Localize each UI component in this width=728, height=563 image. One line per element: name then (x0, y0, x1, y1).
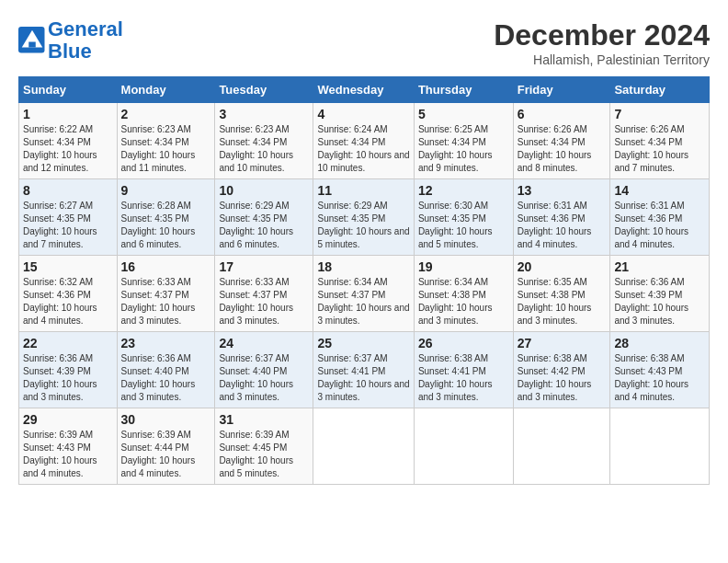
day-number: 27 (518, 336, 607, 350)
day-number: 14 (614, 183, 705, 198)
day-info: Sunrise: 6:36 AM Sunset: 4:40 PM Dayligh… (121, 352, 211, 404)
logo-text: General Blue (48, 18, 123, 63)
calendar-cell: 24 Sunrise: 6:37 AM Sunset: 4:40 PM Dayl… (215, 332, 313, 408)
calendar-cell: 31 Sunrise: 6:39 AM Sunset: 4:45 PM Dayl… (215, 408, 313, 485)
day-info: Sunrise: 6:26 AM Sunset: 4:34 PM Dayligh… (518, 123, 607, 175)
day-number: 28 (614, 336, 705, 350)
day-number: 31 (219, 412, 309, 427)
day-info: Sunrise: 6:25 AM Sunset: 4:34 PM Dayligh… (418, 123, 509, 175)
calendar-week-5: 29 Sunrise: 6:39 AM Sunset: 4:43 PM Dayl… (19, 408, 710, 485)
calendar-cell: 3 Sunrise: 6:23 AM Sunset: 4:34 PM Dayli… (215, 103, 313, 179)
day-number: 20 (518, 259, 607, 274)
day-number: 29 (23, 412, 113, 427)
day-info: Sunrise: 6:30 AM Sunset: 4:35 PM Dayligh… (418, 200, 509, 251)
day-info: Sunrise: 6:31 AM Sunset: 4:36 PM Dayligh… (518, 200, 607, 251)
calendar-cell: 28 Sunrise: 6:38 AM Sunset: 4:43 PM Dayl… (610, 332, 710, 408)
calendar-cell: 26 Sunrise: 6:38 AM Sunset: 4:41 PM Dayl… (414, 332, 513, 408)
calendar-cell: 13 Sunrise: 6:31 AM Sunset: 4:36 PM Dayl… (513, 179, 610, 256)
day-info: Sunrise: 6:37 AM Sunset: 4:40 PM Dayligh… (219, 352, 309, 404)
calendar-cell: 4 Sunrise: 6:24 AM Sunset: 4:34 PM Dayli… (313, 103, 414, 179)
day-number: 4 (317, 107, 409, 121)
day-info: Sunrise: 6:28 AM Sunset: 4:35 PM Dayligh… (121, 200, 211, 251)
calendar-cell: 10 Sunrise: 6:29 AM Sunset: 4:35 PM Dayl… (215, 179, 313, 256)
day-number: 8 (23, 183, 113, 198)
day-header-thursday: Thursday (414, 77, 513, 103)
calendar-cell: 20 Sunrise: 6:35 AM Sunset: 4:38 PM Dayl… (513, 256, 610, 332)
calendar-cell: 14 Sunrise: 6:31 AM Sunset: 4:36 PM Dayl… (610, 179, 710, 256)
day-header-saturday: Saturday (610, 77, 710, 103)
day-number: 19 (418, 259, 509, 274)
day-info: Sunrise: 6:38 AM Sunset: 4:43 PM Dayligh… (614, 352, 705, 404)
day-number: 18 (317, 259, 409, 274)
day-info: Sunrise: 6:33 AM Sunset: 4:37 PM Dayligh… (121, 276, 211, 327)
day-number: 10 (219, 183, 309, 198)
day-number: 6 (518, 107, 607, 121)
logo: General Blue (18, 18, 123, 63)
day-number: 23 (121, 336, 211, 350)
calendar-week-2: 8 Sunrise: 6:27 AM Sunset: 4:35 PM Dayli… (19, 179, 710, 256)
calendar-cell: 9 Sunrise: 6:28 AM Sunset: 4:35 PM Dayli… (117, 179, 215, 256)
day-info: Sunrise: 6:38 AM Sunset: 4:42 PM Dayligh… (518, 352, 607, 404)
day-header-wednesday: Wednesday (313, 77, 414, 103)
day-info: Sunrise: 6:39 AM Sunset: 4:43 PM Dayligh… (23, 429, 113, 480)
main-title: December 2024 (494, 18, 710, 52)
calendar-cell: 2 Sunrise: 6:23 AM Sunset: 4:34 PM Dayli… (117, 103, 215, 179)
day-number: 16 (121, 259, 211, 274)
day-number: 7 (614, 107, 705, 121)
calendar-cell: 18 Sunrise: 6:34 AM Sunset: 4:37 PM Dayl… (313, 256, 414, 332)
calendar-cell: 23 Sunrise: 6:36 AM Sunset: 4:40 PM Dayl… (117, 332, 215, 408)
title-block: December 2024 Hallamish, Palestinian Ter… (494, 18, 710, 67)
day-info: Sunrise: 6:26 AM Sunset: 4:34 PM Dayligh… (614, 123, 705, 175)
calendar-cell (513, 408, 610, 485)
day-number: 9 (121, 183, 211, 198)
day-number: 25 (317, 336, 409, 350)
calendar-cell: 27 Sunrise: 6:38 AM Sunset: 4:42 PM Dayl… (513, 332, 610, 408)
day-header-sunday: Sunday (19, 77, 118, 103)
day-number: 13 (518, 183, 607, 198)
day-info: Sunrise: 6:37 AM Sunset: 4:41 PM Dayligh… (317, 352, 409, 404)
day-number: 21 (614, 259, 705, 274)
day-info: Sunrise: 6:36 AM Sunset: 4:39 PM Dayligh… (23, 352, 113, 404)
day-info: Sunrise: 6:35 AM Sunset: 4:38 PM Dayligh… (518, 276, 607, 327)
day-number: 1 (23, 107, 113, 121)
calendar-cell: 21 Sunrise: 6:36 AM Sunset: 4:39 PM Dayl… (610, 256, 710, 332)
calendar-cell (414, 408, 513, 485)
calendar-week-1: 1 Sunrise: 6:22 AM Sunset: 4:34 PM Dayli… (19, 103, 710, 179)
day-info: Sunrise: 6:29 AM Sunset: 4:35 PM Dayligh… (317, 200, 409, 251)
calendar-cell: 19 Sunrise: 6:34 AM Sunset: 4:38 PM Dayl… (414, 256, 513, 332)
day-info: Sunrise: 6:23 AM Sunset: 4:34 PM Dayligh… (219, 123, 309, 175)
day-header-friday: Friday (513, 77, 610, 103)
calendar-cell (610, 408, 710, 485)
day-header-monday: Monday (117, 77, 215, 103)
calendar-cell: 8 Sunrise: 6:27 AM Sunset: 4:35 PM Dayli… (19, 179, 118, 256)
day-number: 11 (317, 183, 409, 198)
day-number: 24 (219, 336, 309, 350)
day-number: 3 (219, 107, 309, 121)
day-info: Sunrise: 6:39 AM Sunset: 4:44 PM Dayligh… (121, 429, 211, 480)
day-info: Sunrise: 6:39 AM Sunset: 4:45 PM Dayligh… (219, 429, 309, 480)
calendar-cell: 16 Sunrise: 6:33 AM Sunset: 4:37 PM Dayl… (117, 256, 215, 332)
day-number: 12 (418, 183, 509, 198)
day-info: Sunrise: 6:24 AM Sunset: 4:34 PM Dayligh… (317, 123, 409, 175)
day-info: Sunrise: 6:34 AM Sunset: 4:38 PM Dayligh… (418, 276, 509, 327)
day-info: Sunrise: 6:29 AM Sunset: 4:35 PM Dayligh… (219, 200, 309, 251)
calendar-cell: 5 Sunrise: 6:25 AM Sunset: 4:34 PM Dayli… (414, 103, 513, 179)
calendar-table: SundayMondayTuesdayWednesdayThursdayFrid… (18, 76, 710, 485)
day-number: 2 (121, 107, 211, 121)
calendar-cell: 25 Sunrise: 6:37 AM Sunset: 4:41 PM Dayl… (313, 332, 414, 408)
day-number: 26 (418, 336, 509, 350)
day-header-tuesday: Tuesday (215, 77, 313, 103)
calendar-cell: 7 Sunrise: 6:26 AM Sunset: 4:34 PM Dayli… (610, 103, 710, 179)
day-info: Sunrise: 6:31 AM Sunset: 4:36 PM Dayligh… (614, 200, 705, 251)
svg-rect-2 (28, 42, 36, 48)
day-number: 15 (23, 259, 113, 274)
subtitle: Hallamish, Palestinian Territory (494, 52, 710, 67)
day-info: Sunrise: 6:22 AM Sunset: 4:34 PM Dayligh… (23, 123, 113, 175)
day-info: Sunrise: 6:27 AM Sunset: 4:35 PM Dayligh… (23, 200, 113, 251)
day-number: 22 (23, 336, 113, 350)
calendar-cell: 15 Sunrise: 6:32 AM Sunset: 4:36 PM Dayl… (19, 256, 118, 332)
day-info: Sunrise: 6:23 AM Sunset: 4:34 PM Dayligh… (121, 123, 211, 175)
day-info: Sunrise: 6:34 AM Sunset: 4:37 PM Dayligh… (317, 276, 409, 327)
page-header: General Blue December 2024 Hallamish, Pa… (18, 18, 710, 67)
calendar-cell: 1 Sunrise: 6:22 AM Sunset: 4:34 PM Dayli… (19, 103, 118, 179)
